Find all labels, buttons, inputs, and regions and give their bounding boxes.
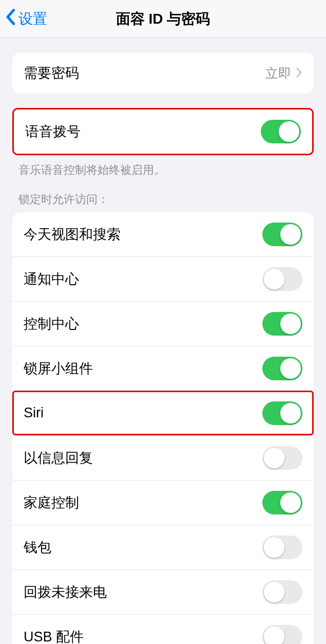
passcode-group: 需要密码 立即: [12, 52, 314, 94]
lock-access-row: 以信息回复: [12, 435, 314, 480]
lock-access-label: 锁屏小组件: [24, 359, 93, 378]
lock-access-toggle[interactable]: [262, 580, 302, 604]
lock-access-label: 今天视图和搜索: [24, 225, 121, 244]
content: 需要密码 立即 语音拨号 音乐语音控制将始终被启用。 锁定时允许访问： 今天视图…: [0, 52, 326, 644]
voice-dial-group: 语音拨号: [12, 108, 314, 155]
lock-access-label: 钱包: [24, 538, 51, 557]
lock-access-toggle[interactable]: [262, 357, 302, 380]
voice-dial-label: 语音拨号: [25, 122, 81, 141]
lock-access-row: Siri: [12, 391, 314, 435]
lock-access-row: 通知中心: [12, 256, 314, 301]
voice-dial-toggle[interactable]: [261, 120, 301, 143]
chevron-right-icon: [296, 66, 302, 81]
lock-access-label: 控制中心: [24, 315, 79, 333]
lock-access-label: 以信息回复: [24, 449, 93, 467]
require-passcode-label: 需要密码: [24, 64, 79, 82]
lock-access-row: 今天视图和搜索: [12, 212, 314, 256]
lock-access-row: USB 配件: [12, 614, 314, 644]
lock-access-header: 锁定时允许访问：: [0, 178, 326, 212]
lock-access-toggle[interactable]: [262, 625, 302, 644]
lock-access-toggle[interactable]: [262, 491, 302, 514]
lock-access-label: 回拨未接来电: [24, 583, 107, 601]
voice-dial-row: 语音拨号: [14, 109, 312, 154]
lock-access-label: Siri: [24, 405, 44, 421]
lock-access-row: 家庭控制: [12, 480, 314, 525]
back-label: 设置: [18, 9, 47, 29]
lock-access-toggle[interactable]: [262, 267, 302, 291]
lock-access-toggle[interactable]: [262, 312, 302, 336]
lock-access-toggle[interactable]: [262, 446, 302, 470]
lock-access-label: 家庭控制: [24, 493, 79, 512]
page-title: 面容 ID 与密码: [0, 9, 326, 29]
lock-access-label: 通知中心: [24, 270, 79, 288]
back-button[interactable]: 设置: [0, 8, 47, 29]
require-passcode-value: 立即: [265, 65, 302, 82]
chevron-left-icon: [5, 8, 15, 29]
lock-access-toggle[interactable]: [262, 223, 302, 246]
lock-access-toggle[interactable]: [262, 401, 302, 425]
lock-access-row: 控制中心: [12, 301, 314, 346]
lock-access-toggle[interactable]: [262, 536, 302, 559]
lock-access-row: 回拨未接来电: [12, 569, 314, 614]
lock-access-row: 钱包: [12, 525, 314, 569]
require-passcode-row[interactable]: 需要密码 立即: [12, 52, 314, 94]
voice-dial-footer: 音乐语音控制将始终被启用。: [0, 155, 326, 178]
lock-access-label: USB 配件: [24, 628, 84, 644]
nav-bar: 设置 面容 ID 与密码: [0, 0, 326, 38]
lock-access-group: 今天视图和搜索通知中心控制中心锁屏小组件Siri以信息回复家庭控制钱包回拨未接来…: [12, 212, 314, 644]
lock-access-row: 锁屏小组件: [12, 346, 314, 391]
